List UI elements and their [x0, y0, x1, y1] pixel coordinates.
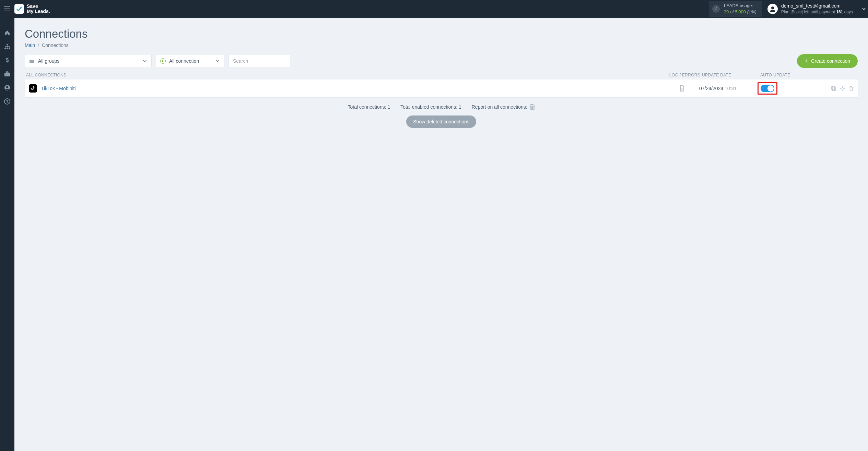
logo[interactable]: Save My Leads. — [14, 4, 57, 14]
show-deleted-button[interactable]: Show deleted connections — [406, 115, 476, 128]
delete-button[interactable] — [849, 86, 854, 91]
svg-rect-3 — [7, 48, 8, 49]
svg-point-14 — [842, 88, 843, 89]
account-plan: Plan |Basic| left until payment 161 days — [781, 9, 853, 15]
svg-rect-4 — [9, 48, 10, 49]
state-select-label: All connection — [169, 58, 215, 64]
chevron-down-icon — [215, 59, 220, 63]
sitemap-icon — [4, 44, 10, 50]
menu-toggle-button[interactable] — [0, 7, 14, 11]
help-icon: ? — [4, 98, 10, 105]
app-header: Save My Leads. i LEADS usage: 39 of 5'00… — [0, 0, 868, 18]
logo-line1: Save — [27, 4, 50, 9]
svg-rect-1 — [7, 44, 8, 45]
nav-home[interactable] — [0, 27, 14, 38]
sidebar: $ ? — [0, 18, 14, 451]
svg-point-9 — [6, 86, 8, 88]
col-update-date: UPDATE DATE — [702, 73, 760, 77]
trash-icon — [849, 86, 854, 91]
folder-icon — [29, 59, 35, 63]
col-auto-update: AUTO UPDATE — [760, 73, 822, 77]
summary-row: Total connections: 1 Total enabled conne… — [25, 97, 858, 115]
document-icon — [679, 85, 685, 92]
svg-point-0 — [771, 7, 774, 9]
leads-label: LEADS usage: — [724, 3, 756, 9]
update-date: 07/24/2024 10:31 — [699, 86, 758, 91]
plus-icon: + — [805, 58, 808, 64]
auto-update-highlight — [758, 82, 777, 95]
logo-line2: My Leads. — [27, 9, 50, 14]
leads-value: 39 of 5'000 (1%) — [724, 9, 756, 15]
chevron-down-icon — [861, 7, 866, 11]
summary-total: Total connections: 1 — [348, 104, 390, 111]
user-icon — [4, 85, 10, 91]
gear-icon — [840, 86, 845, 91]
nav-billing[interactable]: $ — [0, 55, 14, 66]
copy-button[interactable] — [831, 86, 836, 91]
breadcrumb-current: Connections — [42, 42, 69, 48]
create-connection-label: Create connection — [811, 58, 850, 64]
copy-icon — [831, 86, 836, 91]
groups-select[interactable]: All groups — [25, 54, 152, 68]
document-icon — [530, 104, 535, 110]
create-connection-button[interactable]: + Create connection — [797, 54, 858, 68]
dollar-icon: $ — [5, 57, 9, 63]
info-icon: i — [712, 5, 720, 13]
tiktok-icon — [29, 84, 37, 93]
auto-update-toggle[interactable] — [761, 85, 774, 92]
nav-account[interactable] — [0, 82, 14, 93]
nav-help[interactable]: ? — [0, 96, 14, 107]
settings-button[interactable] — [840, 86, 845, 91]
svg-rect-6 — [4, 73, 10, 76]
search-input[interactable] — [233, 58, 286, 64]
col-log-errors: LOG / ERRORS — [668, 73, 702, 77]
search-box[interactable] — [228, 54, 290, 68]
chevron-down-icon — [142, 59, 147, 63]
filters-row: All groups All connection + Create conne… — [25, 54, 858, 68]
account-email: demo_sml_test@gmail.com — [781, 3, 853, 9]
avatar-icon — [767, 4, 778, 14]
account-caret[interactable] — [860, 7, 868, 11]
breadcrumb-main-link[interactable]: Main — [25, 42, 35, 48]
nav-connections[interactable] — [0, 41, 14, 52]
play-icon — [160, 58, 166, 64]
briefcase-icon — [4, 71, 10, 77]
state-select[interactable]: All connection — [156, 54, 224, 68]
home-icon — [4, 30, 10, 36]
col-all-connections: ALL CONNECTIONS — [26, 73, 668, 77]
nav-tools[interactable] — [0, 69, 14, 80]
summary-report[interactable]: Report on all connections: — [472, 104, 535, 111]
main-content: Connections Main / Connections All group… — [14, 18, 868, 451]
svg-text:?: ? — [6, 99, 9, 103]
groups-select-label: All groups — [38, 58, 142, 64]
table-row: TikTok - Mobiniti 07/24/2024 10:31 — [25, 80, 858, 97]
page-title: Connections — [25, 27, 858, 40]
log-button[interactable] — [665, 85, 699, 92]
table-header: ALL CONNECTIONS LOG / ERRORS UPDATE DATE… — [25, 73, 858, 80]
check-icon — [16, 5, 23, 12]
logo-text: Save My Leads. — [27, 4, 50, 14]
connection-link[interactable]: TikTok - Mobiniti — [41, 86, 76, 91]
leads-usage-box[interactable]: i LEADS usage: 39 of 5'000 (1%) — [709, 1, 762, 17]
logo-mark — [14, 4, 24, 14]
svg-rect-7 — [6, 72, 8, 73]
account-menu[interactable]: demo_sml_test@gmail.com Plan |Basic| lef… — [767, 3, 860, 15]
breadcrumb: Main / Connections — [25, 42, 858, 48]
summary-enabled: Total enabled connections: 1 — [400, 104, 461, 111]
svg-text:$: $ — [6, 57, 9, 63]
svg-rect-2 — [4, 48, 6, 49]
menu-icon — [4, 7, 10, 11]
